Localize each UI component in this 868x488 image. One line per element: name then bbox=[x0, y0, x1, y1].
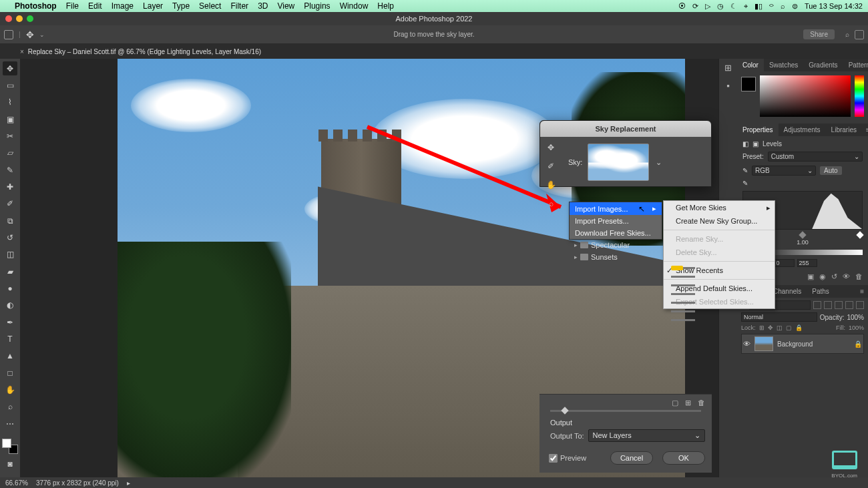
menu-filter[interactable]: Filter bbox=[230, 1, 248, 11]
lasso-tool[interactable]: ⌇ bbox=[3, 95, 17, 109]
status-sync-icon[interactable]: ⟳ bbox=[692, 2, 698, 11]
channel-select[interactable]: RGB⌄ bbox=[752, 166, 816, 176]
blur-tool[interactable]: ● bbox=[3, 281, 17, 295]
slider-color[interactable] bbox=[671, 319, 695, 321]
menubar-clock[interactable]: Tue 13 Sep 14:32 bbox=[805, 2, 863, 10]
eyedropper-tool[interactable]: ✎ bbox=[3, 163, 17, 177]
status-bluetooth-icon[interactable]: ⌖ bbox=[744, 2, 748, 11]
tab-paths[interactable]: Paths bbox=[807, 285, 835, 298]
lock-icon[interactable]: 🔒 bbox=[854, 340, 862, 348]
tab-gradients[interactable]: Gradients bbox=[803, 59, 843, 71]
tab-color[interactable]: Color bbox=[737, 59, 764, 71]
dialog-title[interactable]: Sky Replacement bbox=[540, 121, 711, 137]
menu-type[interactable]: Type bbox=[172, 1, 190, 11]
menu-select[interactable]: Select bbox=[199, 1, 221, 11]
auto-button[interactable]: Auto bbox=[820, 166, 842, 175]
trash-icon[interactable]: 🗑 bbox=[855, 272, 863, 281]
zoom-window-icon[interactable] bbox=[27, 15, 33, 22]
healing-tool[interactable]: ✚ bbox=[3, 180, 17, 194]
menu-layer[interactable]: Layer bbox=[143, 1, 163, 11]
slider-temperature[interactable] bbox=[671, 293, 695, 295]
zoom-level[interactable]: 66.67% bbox=[5, 479, 28, 487]
layer-name[interactable]: Background bbox=[777, 340, 813, 348]
dropdown-caret-icon[interactable]: ⌄ bbox=[39, 31, 45, 38]
status-clock-icon[interactable]: ◷ bbox=[717, 2, 724, 11]
sample-white-icon[interactable]: ✎ bbox=[742, 180, 748, 187]
opacity-value[interactable]: 100% bbox=[847, 314, 864, 321]
menu-create-sky-group[interactable]: Create New Sky Group... bbox=[664, 214, 775, 228]
visibility-icon[interactable]: 👁 bbox=[743, 340, 750, 348]
folder-spectacular[interactable]: ▸Spectacular bbox=[569, 239, 669, 251]
sky-replacement-dialog[interactable]: Sky Replacement ✥ ✐ ✋ ⌕ Sky: ⌄ bbox=[539, 120, 712, 187]
slider-shift-edge[interactable] bbox=[671, 267, 695, 269]
menu-view[interactable]: View bbox=[277, 1, 294, 11]
fg-swatch[interactable] bbox=[741, 77, 756, 91]
thumbnail-size-slider[interactable] bbox=[550, 410, 701, 412]
filter-type-icon[interactable] bbox=[835, 301, 843, 309]
slider-scale[interactable] bbox=[671, 302, 695, 304]
eyedropper-icon[interactable]: ✎ bbox=[742, 167, 748, 174]
pen-tool[interactable]: ✒ bbox=[3, 315, 17, 329]
new-folder-icon[interactable]: ▢ bbox=[672, 399, 678, 407]
brush-tool[interactable]: ✐ bbox=[3, 197, 17, 211]
view-prev-icon[interactable]: ◉ bbox=[819, 272, 826, 281]
layer-thumbnail[interactable] bbox=[754, 336, 773, 351]
delete-preset-icon[interactable]: 🗑 bbox=[698, 399, 705, 407]
type-tool[interactable]: T bbox=[3, 332, 17, 346]
reset-icon[interactable]: ↺ bbox=[831, 272, 837, 281]
output-low-input[interactable] bbox=[775, 259, 795, 267]
menu-download-free-skies[interactable]: Download Free Skies... bbox=[570, 227, 662, 239]
sky-dropdown-caret-icon[interactable]: ⌄ bbox=[654, 158, 662, 167]
sky-zoom-tool-icon[interactable]: ⌕ bbox=[544, 197, 558, 210]
sky-brush-tool-icon[interactable]: ✐ bbox=[544, 160, 558, 173]
lock-pixels-icon[interactable]: ◫ bbox=[777, 324, 783, 331]
status-play-icon[interactable]: ▷ bbox=[705, 2, 710, 11]
preset-select[interactable]: Custom⌄ bbox=[768, 152, 863, 162]
filter-pixel-icon[interactable] bbox=[813, 301, 821, 309]
marquee-tool[interactable]: ▭ bbox=[3, 78, 17, 92]
move-tool-icon[interactable]: ✥ bbox=[26, 29, 34, 40]
zoom-tool[interactable]: ⌕ bbox=[3, 400, 17, 414]
brush-settings-icon[interactable]: ⊞ bbox=[724, 63, 732, 73]
slider-lighting[interactable] bbox=[671, 310, 695, 312]
tab-libraries[interactable]: Libraries bbox=[826, 124, 862, 136]
object-select-tool[interactable]: ▣ bbox=[3, 112, 17, 126]
doc-dimensions[interactable]: 3776 px x 2832 px (240 ppi) bbox=[36, 479, 119, 487]
quickmask-tool[interactable]: ◙ bbox=[3, 457, 17, 471]
path-select-tool[interactable]: ▲ bbox=[3, 349, 17, 363]
share-button[interactable]: Share bbox=[803, 29, 835, 39]
clip-icon[interactable]: ▣ bbox=[807, 272, 814, 281]
fill-value[interactable]: 100% bbox=[849, 324, 864, 331]
cancel-button[interactable]: Cancel bbox=[610, 451, 653, 465]
status-battery-icon[interactable]: ▮▯ bbox=[754, 2, 763, 11]
toggle-visibility-icon[interactable]: 👁 bbox=[843, 272, 850, 281]
filter-adjust-icon[interactable] bbox=[824, 301, 832, 309]
menu-image[interactable]: Image bbox=[112, 1, 134, 11]
tab-adjustments[interactable]: Adjustments bbox=[779, 124, 826, 136]
folder-sunsets[interactable]: ▸Sunsets bbox=[569, 251, 669, 263]
search-icon[interactable]: ⌕ bbox=[845, 31, 849, 38]
status-moon-icon[interactable]: ☾ bbox=[730, 2, 737, 11]
history-brush-tool[interactable]: ↺ bbox=[3, 230, 17, 244]
tab-swatches[interactable]: Swatches bbox=[764, 59, 803, 71]
menu-3d[interactable]: 3D bbox=[258, 1, 268, 11]
menu-edit[interactable]: Edit bbox=[88, 1, 102, 11]
crop-tool[interactable]: ✂ bbox=[3, 129, 17, 143]
sky-thumbnail[interactable] bbox=[588, 144, 649, 181]
tab-patterns[interactable]: Patterns bbox=[843, 59, 868, 71]
blend-mode-select[interactable]: Normal bbox=[741, 312, 817, 322]
filter-shape-icon[interactable] bbox=[845, 301, 853, 309]
close-tab-icon[interactable]: × bbox=[20, 48, 24, 55]
lock-icon[interactable]: 🔒 bbox=[795, 324, 803, 331]
output-to-select[interactable]: New Layers⌄ bbox=[588, 429, 705, 442]
shape-tool[interactable]: □ bbox=[3, 366, 17, 380]
comment-icon[interactable]: ▪ bbox=[726, 81, 730, 91]
home-icon[interactable] bbox=[4, 30, 13, 39]
move-tool[interactable]: ✥ bbox=[3, 61, 17, 75]
frame-tool[interactable]: ▱ bbox=[3, 146, 17, 160]
slider-fade-edge[interactable] bbox=[671, 276, 695, 278]
menu-plugins[interactable]: Plugins bbox=[304, 1, 330, 11]
minimize-window-icon[interactable] bbox=[16, 15, 23, 22]
document-tab[interactable]: × Replace Sky – Daniel Scott.tif @ 66.7%… bbox=[20, 48, 261, 55]
filter-smart-icon[interactable] bbox=[856, 301, 864, 309]
